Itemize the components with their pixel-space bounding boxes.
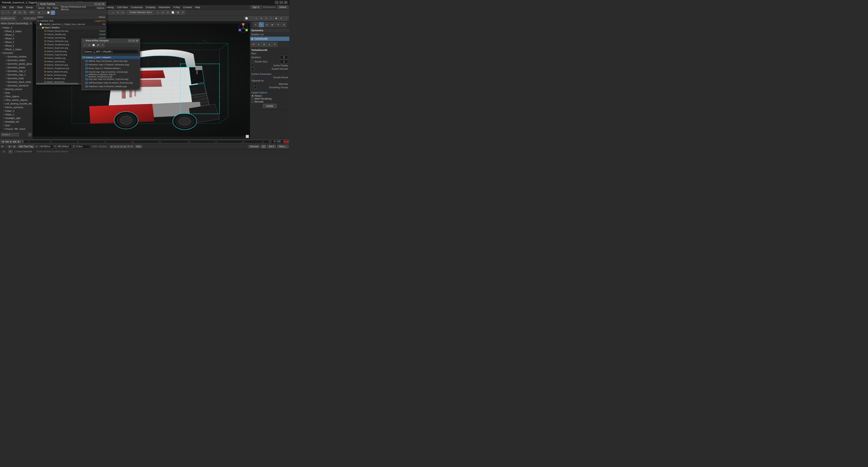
scene-item[interactable]: ⬡Wheel_2	[0, 44, 33, 48]
undo-btn[interactable]: ↩	[1, 10, 5, 15]
mn-row[interactable]: Bump: Map #1 ( VRayNormalMap )	[82, 66, 140, 70]
filters-btn[interactable]: Filters...	[277, 145, 288, 148]
at-row[interactable]: 🏛Autodesk VaultLogged Out	[36, 19, 106, 23]
scene-item[interactable]: ⬡Symmetry_logo_2	[0, 69, 33, 73]
scene-item[interactable]: ⬡Other_interior_objects	[0, 98, 33, 102]
mn-search-input[interactable]	[83, 49, 138, 54]
tb-btn-c[interactable]: ⊕	[116, 10, 120, 15]
tb2-right-1[interactable]: ⬜	[244, 16, 249, 21]
scene-item[interactable]: ⬡Symmetry_body	[0, 77, 33, 80]
mode-display[interactable]: Display	[6, 16, 10, 21]
tb-btn-d[interactable]: ⊗	[121, 10, 125, 15]
menu-help[interactable]: Help	[194, 5, 202, 9]
timeline-track[interactable]: 10 25 50 75 100 125 150 175 200 220	[23, 140, 269, 143]
mn-row[interactable]: Fog color: Map #15 (Exterior_FogColor.pn…	[82, 77, 140, 81]
at-row[interactable]: 🖼Chassis_Metallic.pngFound	[36, 33, 106, 36]
mn-row[interactable]: Metalness: Map #3 (Exterior_Metallic.png…	[82, 85, 140, 88]
zoom-level[interactable]: ⌕	[261, 145, 266, 148]
scene-item[interactable]: ⬡Other_objects	[0, 94, 33, 98]
menu-tools[interactable]: Tools	[16, 5, 24, 9]
mn-row[interactable]: Self-illumination: Map #5 (exterior_Emis…	[82, 81, 140, 85]
nav-key2-btn[interactable]: ⚑	[130, 145, 133, 148]
manually-radio[interactable]	[251, 101, 254, 103]
set-k-btn[interactable]: Set K	[267, 145, 276, 148]
mn-tb-2[interactable]: ⊞	[87, 43, 91, 47]
tb2-right-6[interactable]: ⬡	[269, 16, 274, 21]
frame-right-btn[interactable]: ▶	[13, 145, 16, 148]
smooth-result-checkbox[interactable]: ✓	[251, 76, 254, 79]
scene-item[interactable]: ⬡Wheel_3	[0, 40, 33, 44]
scene-item[interactable]: ⬡Helper_2	[0, 109, 33, 113]
tb-btn-a[interactable]: ⬡	[106, 10, 110, 15]
at-tb-1[interactable]: ▶	[37, 11, 41, 15]
when-rendering-radio[interactable]	[251, 98, 254, 100]
frame-input[interactable]	[271, 140, 283, 143]
at-menu-options[interactable]: Options	[96, 7, 105, 9]
mirror-btn[interactable]: ⇔	[156, 10, 160, 15]
at-maximize[interactable]: □	[98, 3, 101, 5]
update-btn[interactable]: Update	[263, 104, 276, 108]
nav-end-btn[interactable]: ▶|	[123, 145, 127, 148]
curve-btn[interactable]: 📈	[170, 10, 175, 15]
scene-item[interactable]: ⬡Wheel_1_helper	[0, 48, 33, 51]
scene-explorer-close[interactable]: ×	[30, 22, 32, 25]
scene-item[interactable]: ⬡Symmetry_window	[0, 55, 33, 58]
at-tb-3[interactable]: ⬜	[46, 11, 51, 15]
mod-pin-btn[interactable]: 📌	[251, 42, 256, 47]
rp-utilities-btn[interactable]: ⚙	[281, 22, 286, 27]
scene-item[interactable]: ⬡Symmetry_black_metal	[0, 80, 33, 84]
scene-item[interactable]: ⬡Headlight_right	[0, 116, 33, 120]
scene-item[interactable]: ⬡Headlight_left	[0, 120, 33, 123]
nav-play-btn[interactable]: ▶	[117, 145, 120, 148]
menu-scripting[interactable]: Scripting	[145, 5, 157, 9]
at-menu-file[interactable]: File	[46, 7, 51, 9]
menu-group[interactable]: Group	[24, 5, 34, 9]
scene-item[interactable]: ⬡Symmetry_logo_1	[0, 73, 33, 77]
prev-frame-btn[interactable]: ◀◀	[5, 140, 8, 143]
scene-item[interactable]: ⬡Chassis_fifth_wheel	[0, 127, 33, 130]
mn-minimize[interactable]: ─	[128, 39, 131, 42]
scene-item[interactable]: ⬡Wheel_5	[0, 33, 33, 37]
mod-type-btn[interactable]: M	[256, 42, 261, 47]
unlink-btn[interactable]: ⛓	[18, 10, 22, 15]
jump-end-btn[interactable]: ▶|	[17, 140, 21, 143]
always-radio[interactable]	[251, 95, 254, 97]
scene-item[interactable]: ⬡Interior_symmetry	[0, 106, 33, 109]
at-menu-server[interactable]: Server	[37, 7, 45, 9]
add-time-tag-btn[interactable]: Add Time Tag	[18, 145, 34, 148]
mn-tb-3[interactable]: ⬜	[92, 43, 96, 47]
menu-interactive[interactable]: Interactive	[157, 5, 172, 9]
menu-file[interactable]: File	[1, 5, 8, 9]
play-btn[interactable]: ▶	[9, 140, 13, 143]
smoothing-groups-checkbox[interactable]	[254, 86, 257, 89]
scene-item[interactable]: ⬡Left_steering_knuckle_det	[0, 102, 33, 106]
at-tb-2[interactable]: ⬛	[42, 11, 46, 15]
status-config-btn[interactable]: ⚙	[8, 150, 13, 153]
mn-list[interactable]: Exterior_1_MAT ( VRayMtl )Diffuse: Map #…	[82, 56, 140, 88]
mn-tb-4[interactable]: 🔗	[96, 43, 100, 47]
scene-item[interactable]: ⬡Symmetry	[0, 51, 33, 55]
turbosmooth-modifier[interactable]: TurboSmooth	[250, 37, 289, 41]
redo-btn[interactable]: ↪	[6, 10, 10, 15]
workspaces-dropdown[interactable]: Default	[277, 5, 288, 9]
maximize-btn[interactable]: □	[279, 1, 283, 4]
tb-btn-b[interactable]: △	[111, 10, 115, 15]
mod-move-down-btn[interactable]: ▼	[272, 42, 277, 47]
next-frame-btn[interactable]: ▶▶	[13, 140, 17, 143]
mn-tb-1[interactable]: ≡	[83, 43, 87, 47]
auto-btn[interactable]: Auto	[135, 145, 143, 148]
mn-tb-5[interactable]: ⚙	[101, 43, 105, 47]
layer-btn[interactable]: ⊞	[166, 10, 170, 15]
close-btn[interactable]: ✕	[284, 1, 287, 4]
bottom-dropdown[interactable]: Default ▾	[1, 133, 19, 137]
rp-motion-btn[interactable]: ▶	[270, 22, 275, 27]
scene-item[interactable]: ⬡Symmetry_plastic	[0, 66, 33, 69]
menu-content[interactable]: Content	[182, 5, 193, 9]
frame-left-btn[interactable]: ◀	[8, 145, 11, 148]
select-link-btn[interactable]: 🔗	[12, 10, 17, 15]
rp-modify-btn[interactable]: 🔧	[259, 22, 264, 27]
at-close[interactable]: ✕	[101, 3, 105, 5]
render-iters-checkbox[interactable]: ✓	[251, 60, 254, 63]
rp-display-btn[interactable]: 👁	[276, 22, 281, 27]
render-setup-btn[interactable]: ⚙	[181, 10, 185, 15]
